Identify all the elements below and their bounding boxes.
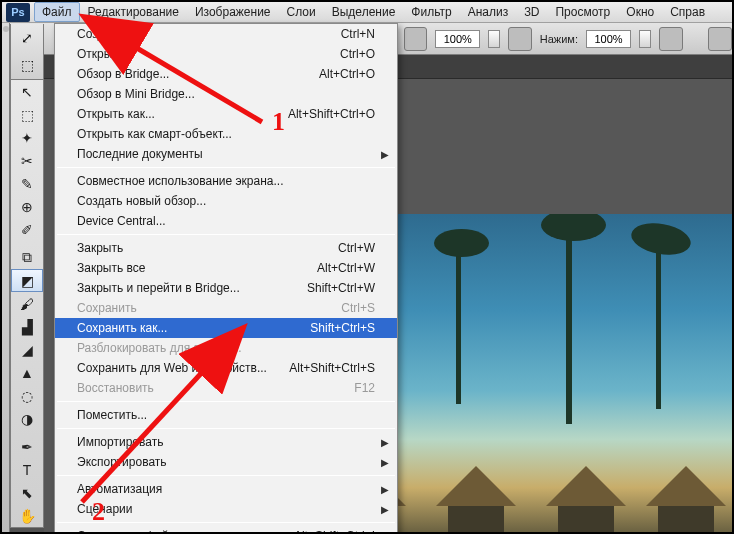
menu-item[interactable]: Совместное использование экрана... (55, 171, 397, 191)
menu-item[interactable]: Обзор в Mini Bridge... (55, 84, 397, 104)
flow-field[interactable]: 100% (586, 30, 631, 48)
tool-history-brush[interactable]: ▟ (11, 315, 43, 338)
tool-wand[interactable]: ✂ (11, 149, 43, 172)
tool-blur[interactable]: ◌ (11, 384, 43, 407)
extra-option-icon[interactable] (708, 27, 732, 51)
menu-item[interactable]: ЗакрытьCtrl+W (55, 238, 397, 258)
menu-item[interactable]: Сценарии▶ (55, 499, 397, 519)
menu-item-label: Закрыть все (77, 261, 145, 275)
menu-item[interactable]: Закрыть и перейти в Bridge...Shift+Ctrl+… (55, 278, 397, 298)
airbrush-icon[interactable] (508, 27, 532, 51)
submenu-arrow-icon: ▶ (381, 149, 389, 160)
tool-pen[interactable]: ✒ (11, 435, 43, 458)
menu-separator (57, 428, 395, 429)
menu-item[interactable]: Сохранить для Web и устройств...Alt+Shif… (55, 358, 397, 378)
menubar: Ps Файл Редактирование Изображение Слои … (2, 2, 732, 23)
menu-edit[interactable]: Редактирование (80, 2, 187, 22)
menu-item-label: Восстановить (77, 381, 154, 395)
tool-move[interactable]: ↖ (11, 80, 43, 103)
menu-item: ВосстановитьF12 (55, 378, 397, 398)
menu-item-label: Открыть как смарт-объект... (77, 127, 232, 141)
menu-item[interactable]: Закрыть всеAlt+Ctrl+W (55, 258, 397, 278)
tool-path[interactable]: ⬉ (11, 481, 43, 504)
menu-item-label: Открыть... (77, 47, 134, 61)
tool-dodge[interactable]: ◑ (11, 407, 43, 430)
tool-type[interactable]: T (11, 458, 43, 481)
toolbox: ↖ ⬚ ✦ ✂ ✎ ⊕ ✐ ⧉ ◩ 🖌 ▟ ◢ ▲ ◌ ◑ ✒ T ⬉ ✋ (10, 79, 44, 528)
tool-quick-2[interactable]: ⬚ (11, 52, 43, 78)
annotation-label-2: 2 (92, 497, 105, 527)
menu-item-shortcut: F12 (354, 381, 375, 395)
option-icon[interactable] (404, 27, 428, 51)
tool-hand[interactable]: ✋ (11, 504, 43, 527)
menu-item[interactable]: Импортировать▶ (55, 432, 397, 452)
tablet-pressure-icon[interactable] (659, 27, 683, 51)
tool-stamp[interactable]: 🖌 (11, 292, 43, 315)
menu-item[interactable]: Создать...Ctrl+N (55, 24, 397, 44)
menu-layer[interactable]: Слои (279, 2, 324, 22)
toolbox-quick: ⤢ ⬚ (10, 24, 44, 79)
submenu-arrow-icon: ▶ (381, 457, 389, 468)
submenu-arrow-icon: ▶ (381, 504, 389, 515)
menu-item-shortcut: Alt+Shift+Ctrl+I (294, 529, 375, 534)
menu-item[interactable]: Последние документы▶ (55, 144, 397, 164)
menu-item[interactable]: Открыть как смарт-объект... (55, 124, 397, 144)
file-menu-dropdown: Создать...Ctrl+NОткрыть...Ctrl+OОбзор в … (54, 23, 398, 534)
menu-item[interactable]: Сведения о файлеAlt+Shift+Ctrl+I (55, 526, 397, 534)
menu-image[interactable]: Изображение (187, 2, 279, 22)
menu-analysis[interactable]: Анализ (460, 2, 517, 22)
submenu-arrow-icon: ▶ (381, 484, 389, 495)
menu-item-label: Сохранить (77, 301, 137, 315)
menu-item[interactable]: Открыть как...Alt+Shift+Ctrl+O (55, 104, 397, 124)
tool-marquee[interactable]: ⬚ (11, 103, 43, 126)
menu-item-label: Закрыть (77, 241, 123, 255)
tool-eraser[interactable]: ◢ (11, 338, 43, 361)
submenu-arrow-icon: ▶ (381, 437, 389, 448)
menu-separator (57, 234, 395, 235)
menu-filter[interactable]: Фильтр (403, 2, 459, 22)
tool-patch[interactable]: ⧉ (11, 246, 43, 269)
tool-gradient[interactable]: ▲ (11, 361, 43, 384)
menu-item[interactable]: Автоматизация▶ (55, 479, 397, 499)
flow-label: Нажим: (540, 33, 578, 45)
tool-healing[interactable]: ✐ (11, 218, 43, 241)
menu-3d[interactable]: 3D (516, 2, 547, 22)
menu-item: СохранитьCtrl+S (55, 298, 397, 318)
menu-view[interactable]: Просмотр (547, 2, 618, 22)
menu-item-label: Сведения о файле (77, 529, 182, 534)
menu-item[interactable]: Экспортировать▶ (55, 452, 397, 472)
opacity-spinner[interactable] (488, 30, 500, 48)
menu-separator (57, 167, 395, 168)
menu-item[interactable]: Device Central... (55, 211, 397, 231)
menu-item[interactable]: Обзор в Bridge...Alt+Ctrl+O (55, 64, 397, 84)
flow-spinner[interactable] (639, 30, 651, 48)
menu-item-label: Обзор в Mini Bridge... (77, 87, 195, 101)
menu-file[interactable]: Файл (34, 2, 80, 22)
menu-help[interactable]: Справ (662, 2, 713, 22)
menu-item[interactable]: Сохранить как...Shift+Ctrl+S (55, 318, 397, 338)
menu-item-label: Создать... (77, 27, 133, 41)
tool-crop[interactable]: ✎ (11, 172, 43, 195)
app-frame: Ps Файл Редактирование Изображение Слои … (0, 0, 734, 534)
tool-quick-1[interactable]: ⤢ (11, 25, 43, 51)
menu-item[interactable]: Создать новый обзор... (55, 191, 397, 211)
menu-window[interactable]: Окно (618, 2, 662, 22)
menu-item-shortcut: Ctrl+O (340, 47, 375, 61)
tool-eyedropper[interactable]: ⊕ (11, 195, 43, 218)
menu-item-shortcut: Ctrl+W (338, 241, 375, 255)
opacity-field[interactable]: 100% (435, 30, 480, 48)
app-logo: Ps (6, 3, 30, 22)
menu-item-label: Поместить... (77, 408, 147, 422)
menu-item[interactable]: Поместить... (55, 405, 397, 425)
menu-item-label: Открыть как... (77, 107, 155, 121)
menu-item-label: Device Central... (77, 214, 166, 228)
menu-item-label: Закрыть и перейти в Bridge... (77, 281, 240, 295)
menu-item[interactable]: Открыть...Ctrl+O (55, 44, 397, 64)
menu-separator (57, 522, 395, 523)
menu-item-label: Автоматизация (77, 482, 162, 496)
menu-item-label: Импортировать (77, 435, 163, 449)
menu-select[interactable]: Выделение (324, 2, 404, 22)
left-ribbon (2, 23, 10, 534)
tool-lasso[interactable]: ✦ (11, 126, 43, 149)
tool-brush[interactable]: ◩ (11, 269, 43, 292)
